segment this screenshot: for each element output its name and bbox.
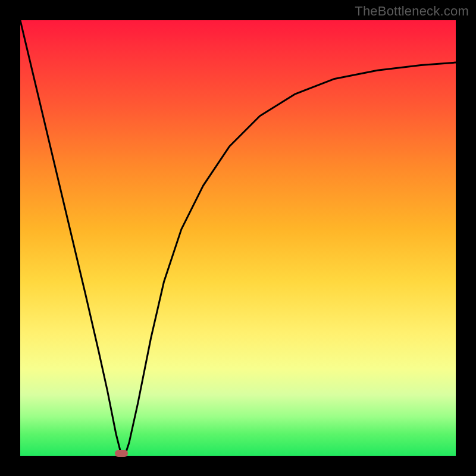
curve-svg xyxy=(20,20,456,456)
watermark-text: TheBottleneck.com xyxy=(355,4,469,19)
minimum-marker xyxy=(115,450,128,457)
plot-area xyxy=(20,20,456,456)
bottleneck-curve-path xyxy=(20,20,456,456)
chart-frame: TheBottleneck.com xyxy=(0,0,476,476)
